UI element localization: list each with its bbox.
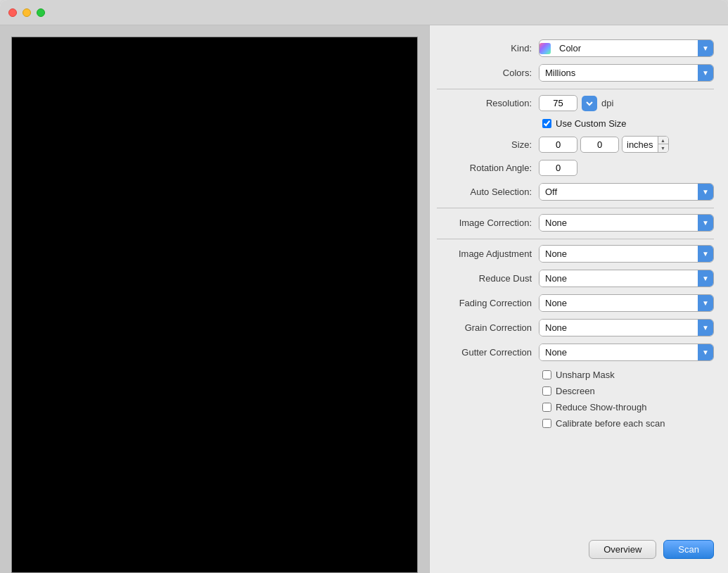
grain-correction-label: Grain Correction [437,322,539,333]
resolution-dropdown-btn[interactable] [582,96,597,111]
kind-value: Color [554,40,698,56]
use-custom-size-checkbox[interactable] [542,119,551,128]
settings-content: Kind: Color ▼ Colors: Millions [437,39,714,529]
auto-selection-control: Off ▼ [539,183,714,201]
calibrate-label[interactable]: Calibrate before each scan [556,418,665,429]
scan-button[interactable]: Scan [663,540,714,559]
bottom-buttons: Overview Scan [437,529,714,559]
resolution-input[interactable] [539,95,577,111]
image-correction-control: None ▼ [539,214,714,232]
separator-1 [437,89,714,89]
scan-preview-image [11,37,418,573]
grain-correction-select[interactable]: None ▼ [539,319,714,336]
use-custom-size-text: Use Custom Size [556,118,626,129]
gutter-correction-control: None ▼ [539,344,714,361]
reduce-dust-dropdown-arrow[interactable]: ▼ [698,270,713,286]
grain-correction-dropdown-arrow[interactable]: ▼ [698,320,713,336]
title-bar [0,0,728,25]
image-correction-row: Image Correction: None ▼ [437,214,714,232]
separator-3 [437,239,714,239]
fading-correction-select[interactable]: None ▼ [539,294,714,312]
image-adjustment-value: None [539,246,698,262]
rotation-angle-input[interactable] [539,160,577,176]
gutter-correction-dropdown-arrow[interactable]: ▼ [698,344,713,360]
rotation-angle-control [539,160,714,176]
size-width-input[interactable] [539,137,577,153]
checkboxes-group: Unsharp Mask Descreen Reduce Show-throug… [437,370,714,429]
fading-correction-row: Fading Correction None ▼ [437,294,714,312]
grain-correction-value: None [539,320,698,336]
calibrate-checkbox[interactable] [542,419,551,428]
unsharp-mask-label[interactable]: Unsharp Mask [556,370,615,380]
unsharp-mask-checkbox[interactable] [542,370,551,379]
size-row: Size: inches ▲ ▼ [437,136,714,153]
size-unit-control[interactable]: inches ▲ ▼ [622,136,669,153]
kind-row: Kind: Color ▼ [437,39,714,57]
size-unit-arrows[interactable]: ▲ ▼ [658,137,668,152]
close-button[interactable] [8,8,17,17]
colors-select[interactable]: Millions ▼ [539,64,714,82]
size-height-input[interactable] [580,137,619,153]
resolution-label: Resolution: [437,98,539,108]
descreen-checkbox[interactable] [542,386,551,396]
image-adjustment-dropdown-arrow[interactable]: ▼ [698,246,713,262]
image-correction-dropdown-arrow[interactable]: ▼ [698,215,713,231]
use-custom-size-label[interactable]: Use Custom Size [542,118,626,129]
size-unit-down-arrow[interactable]: ▼ [658,144,668,152]
image-correction-select[interactable]: None ▼ [539,214,714,232]
minimize-button[interactable] [23,8,31,17]
fading-correction-value: None [539,295,698,311]
size-label: Size: [437,139,539,150]
auto-selection-dropdown-arrow[interactable]: ▼ [698,184,713,200]
image-adjustment-select[interactable]: None ▼ [539,245,714,263]
reduce-dust-control: None ▼ [539,270,714,287]
rotation-angle-label: Rotation Angle: [437,163,539,173]
grain-correction-row: Grain Correction None ▼ [437,319,714,336]
kind-dropdown-arrow[interactable]: ▼ [698,40,713,56]
use-custom-size-row: Use Custom Size [437,118,714,129]
dpi-unit-label: dpi [601,98,613,108]
calibrate-row: Calibrate before each scan [437,418,714,429]
grain-correction-control: None ▼ [539,319,714,336]
unsharp-mask-row: Unsharp Mask [437,370,714,380]
resolution-control: dpi [539,95,714,111]
auto-selection-select[interactable]: Off ▼ [539,183,714,201]
auto-selection-label: Auto Selection: [437,187,539,197]
colors-control: Millions ▼ [539,64,714,82]
gutter-correction-value: None [539,344,698,360]
auto-selection-value: Off [539,184,698,200]
size-unit-text: inches [622,137,658,152]
separator-2 [437,208,714,208]
image-adjustment-row: Image Adjustment None ▼ [437,245,714,263]
fading-correction-dropdown-arrow[interactable]: ▼ [698,295,713,311]
overview-button[interactable]: Overview [589,540,656,559]
reduce-showthrough-label[interactable]: Reduce Show-through [556,402,646,413]
gutter-correction-row: Gutter Correction None ▼ [437,344,714,361]
reduce-dust-row: Reduce Dust None ▼ [437,270,714,287]
descreen-row: Descreen [437,386,714,396]
color-icon [539,43,551,54]
descreen-label[interactable]: Descreen [556,386,595,396]
colors-dropdown-arrow[interactable]: ▼ [698,65,713,81]
reduce-dust-value: None [539,270,698,286]
kind-control: Color ▼ [539,39,714,57]
kind-label: Kind: [437,43,539,53]
reduce-showthrough-checkbox[interactable] [542,403,551,412]
content-area: Kind: Color ▼ Colors: Millions [0,25,728,573]
kind-select[interactable]: Color ▼ [539,39,714,57]
rotation-angle-row: Rotation Angle: [437,160,714,176]
resolution-row: Resolution: dpi [437,95,714,111]
reduce-dust-label: Reduce Dust [437,273,539,284]
auto-selection-row: Auto Selection: Off ▼ [437,183,714,201]
size-inputs: inches ▲ ▼ [539,136,669,153]
maximize-button[interactable] [37,8,45,17]
image-adjustment-control: None ▼ [539,245,714,263]
preview-panel [0,25,429,573]
fading-correction-control: None ▼ [539,294,714,312]
image-correction-value: None [539,215,698,231]
size-unit-up-arrow[interactable]: ▲ [658,137,668,144]
reduce-dust-select[interactable]: None ▼ [539,270,714,287]
gutter-correction-select[interactable]: None ▼ [539,344,714,361]
main-window: Kind: Color ▼ Colors: Millions [0,0,728,573]
settings-panel: Kind: Color ▼ Colors: Millions [429,25,728,573]
